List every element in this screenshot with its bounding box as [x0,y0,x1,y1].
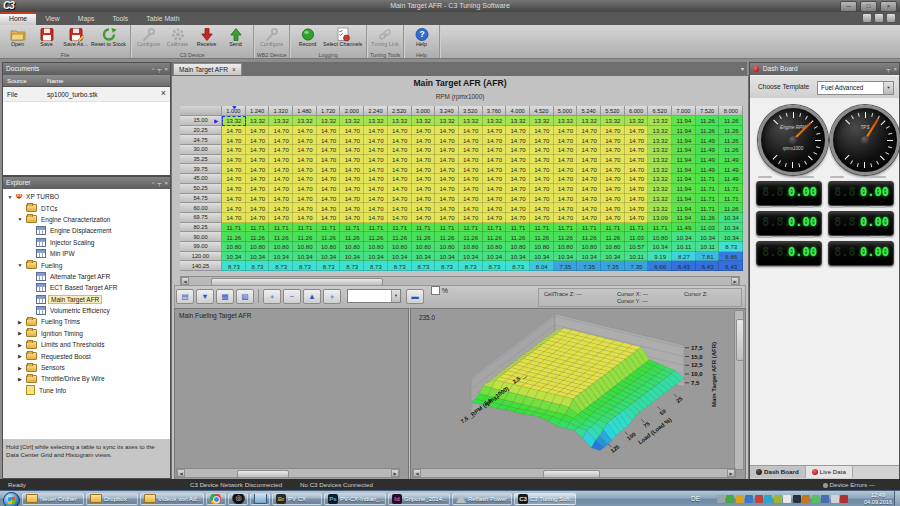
afr-cell[interactable]: 11.71 [317,223,341,233]
toolbar-button[interactable]: ▼ [196,289,214,304]
afr-cell[interactable]: 13.32 [648,135,672,145]
tray-icon[interactable] [783,495,791,503]
tree-item-main-target-afr[interactable]: Main Target AFR [3,294,170,305]
afr-cell[interactable]: 11.26 [554,232,578,242]
afr-cell[interactable]: 10.34 [412,252,436,262]
toolbar-button[interactable]: ▧ [236,289,254,304]
afr-cell[interactable]: 8.73 [459,261,483,271]
ribbon-tab-view[interactable]: View [36,12,69,25]
afr-cell[interactable]: 14.70 [293,135,317,145]
afr-cell[interactable]: 8.73 [222,261,246,271]
afr-cell[interactable]: 10.57 [625,242,649,252]
digital-display[interactable]: 8.8.0.00 [828,241,894,266]
afr-cell[interactable]: 11.71 [435,223,459,233]
afr-cell[interactable]: 11.71 [530,223,554,233]
tray-icon[interactable] [736,495,744,503]
afr-cell[interactable]: 11.26 [364,232,388,242]
language-indicator[interactable]: DE [691,495,700,502]
status-device-errors[interactable]: Device Errors — [823,479,875,490]
afr-cell[interactable]: 11.71 [246,223,270,233]
afr-cell[interactable]: 14.70 [246,135,270,145]
row-header[interactable]: 30.00 [180,145,222,155]
afr-cell[interactable]: 10.11 [672,242,696,252]
row-header[interactable]: 39.75 [180,164,222,174]
afr-cell[interactable]: 14.70 [554,135,578,145]
afr-cell[interactable]: 14.70 [222,203,246,213]
afr-cell[interactable]: 13.32 [648,184,672,194]
afr-cell[interactable]: 10.80 [483,242,507,252]
show-desktop-button[interactable] [894,491,900,506]
col-header[interactable]: 4.520 [530,106,554,116]
afr-cell[interactable]: 14.70 [246,155,270,165]
afr-cell[interactable]: 14.70 [293,155,317,165]
afr-cell[interactable]: 14.70 [340,184,364,194]
taskbar-clock[interactable]: 12:49 04.09.2016 [864,492,892,506]
afr-cell[interactable]: 14.70 [506,213,530,223]
ribbon-tab-home[interactable]: Home [0,12,36,25]
digital-display[interactable]: 8.8.0.00 [828,211,894,236]
afr-cell[interactable]: 10.80 [506,242,530,252]
skin-button[interactable] [874,13,884,23]
afr-cell[interactable]: 14.70 [625,194,649,204]
taskbar-item-c3-tuning-soft-[interactable]: C3C3 Tuning Soft... [514,493,576,505]
col-header[interactable]: 1.480 [293,106,317,116]
afr-cell[interactable]: 14.70 [222,174,246,184]
afr-cell[interactable]: 14.70 [340,213,364,223]
afr-cell[interactable]: 14.70 [577,184,601,194]
row-header[interactable]: 54.75 [180,194,222,204]
afr-cell[interactable]: 14.70 [317,213,341,223]
afr-cell[interactable]: 14.70 [269,164,293,174]
afr-cell[interactable]: 8.04 [530,261,554,271]
taskbar-item[interactable] [206,493,226,505]
afr-cell[interactable]: 10.34 [269,252,293,262]
afr-cell[interactable]: 13.32 [412,116,436,126]
afr-cell[interactable]: 8.73 [388,261,412,271]
afr-cell[interactable]: 11.26 [459,232,483,242]
afr-cell[interactable]: 11.71 [696,174,720,184]
afr-cell[interactable]: 11.71 [412,223,436,233]
afr-cell[interactable]: 10.34 [530,252,554,262]
tab-main-target-afr[interactable]: Main Target AFR× [173,63,242,75]
afr-cell[interactable]: 14.70 [269,194,293,204]
afr-cell[interactable]: 14.70 [269,174,293,184]
afr-cell[interactable]: 10.34 [672,232,696,242]
record-button[interactable]: Record [293,26,322,48]
digital-display[interactable]: 8.8.0.00 [756,211,822,236]
open-button[interactable]: Open [3,26,32,48]
afr-cell[interactable]: 11.71 [293,223,317,233]
afr-cell[interactable]: 11.26 [246,232,270,242]
afr-cell[interactable]: 11.71 [696,203,720,213]
afr-cell[interactable]: 10.34 [483,252,507,262]
afr-cell[interactable]: 14.70 [435,184,459,194]
col-header[interactable]: 4.000 [506,106,530,116]
afr-cell[interactable]: 11.26 [317,232,341,242]
afr-cell[interactable]: 14.70 [601,213,625,223]
afr-cell[interactable]: 13.32 [648,194,672,204]
tree-item-engine-characterization[interactable]: ▼Engine Characterization [3,214,170,225]
afr-cell[interactable]: 14.70 [340,194,364,204]
toolbar-button[interactable]: ＋ [263,289,281,304]
tree-item-injector-scaling[interactable]: Injector Scaling [3,237,170,248]
afr-cell[interactable]: 14.70 [388,145,412,155]
afr-cell[interactable]: 10.34 [388,252,412,262]
afr-cell[interactable]: 11.94 [672,203,696,213]
afr-cell[interactable]: 8.73 [719,242,743,252]
row-header[interactable]: 120.00 [180,252,222,262]
afr-cell[interactable]: 14.70 [340,174,364,184]
afr-cell[interactable]: 14.70 [506,203,530,213]
afr-cell[interactable]: 10.80 [388,242,412,252]
afr-cell[interactable]: 14.70 [483,203,507,213]
tray-icon[interactable] [726,495,734,503]
afr-cell[interactable]: 14.70 [459,203,483,213]
afr-cell[interactable]: 6.43 [672,261,696,271]
afr-cell[interactable]: 14.70 [412,203,436,213]
afr-cell[interactable]: 10.34 [696,232,720,242]
afr-cell[interactable]: 14.70 [506,184,530,194]
afr-cell[interactable]: 14.70 [388,203,412,213]
template-select[interactable]: Fuel Advanced▼ [817,81,894,95]
afr-cell[interactable]: 11.71 [577,223,601,233]
afr-cell[interactable]: 14.70 [530,194,554,204]
tree-item-fueling[interactable]: ▼Fueling [3,259,170,270]
afr-cell[interactable]: 11.71 [269,223,293,233]
afr-cell[interactable]: 11.94 [672,135,696,145]
